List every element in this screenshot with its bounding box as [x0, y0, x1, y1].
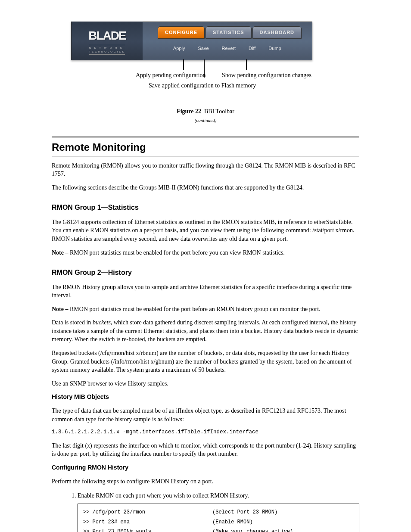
section-intro-1: Remote Monitoring (RMON) allows you to m…	[52, 162, 359, 178]
bbi-toolbar-figure: BLADE N E T W O R K TECHNOLOGIES CONFIGU…	[52, 22, 359, 124]
config-steps: Enable RMON on each port where you wish …	[78, 492, 359, 532]
terminal-1: >> /cfg/port 23/rmon(Select Port 23 RMON…	[78, 504, 359, 532]
brand-logo-subtitle: N E T W O R K TECHNOLOGIES	[89, 45, 125, 55]
revert-button[interactable]: Revert	[219, 44, 238, 53]
config-heading: Configuring RMON History	[52, 464, 359, 472]
figure-caption: Figure 22 BBI Toolbar	[52, 107, 359, 116]
subsection-heading-group2: RMON Group 2—History	[52, 268, 359, 277]
subsection-heading-group1: RMON Group 1—Statistics	[52, 203, 359, 212]
save-button[interactable]: Save	[196, 44, 212, 53]
group1-p1: The G8124 supports collection of Etherne…	[52, 218, 359, 243]
callout-diff: Show pending configuration changes	[222, 71, 321, 80]
group1-note: Note – RMON port statistics must be enab…	[52, 249, 359, 257]
history-mib-heading: History MIB Objects	[52, 393, 359, 401]
apply-button[interactable]: Apply	[171, 44, 188, 53]
group2-p3: Requested buckets (/cfg/rmon/hist x/rbnu…	[52, 349, 359, 374]
figure-continued: (continued)	[52, 117, 359, 124]
callout-labels: Apply pending configuration Save applied…	[71, 79, 359, 100]
toolbar-commands: Apply Save Revert Diff Dump	[171, 44, 284, 53]
history-mib-p2: The last digit (x) represents the interf…	[52, 442, 359, 458]
history-mib-oid: 1.3.6.1.2.1.2.2.1.1.x -mgmt.interfaces.i…	[52, 429, 359, 436]
group2-p1: The RMON History group allows you to sam…	[52, 283, 359, 300]
config-intro: Perform the following steps to configure…	[52, 477, 359, 486]
group2-p2: Data is stored in buckets, which store d…	[52, 318, 359, 344]
step-1: Enable RMON on each port where you wish …	[78, 492, 359, 532]
tab-configure[interactable]: CONFIGURE	[158, 26, 205, 39]
context-tabs: CONFIGURE STATISTICS DASHBOARD	[158, 26, 302, 39]
diff-button[interactable]: Diff	[246, 44, 258, 53]
history-mib-p1: The type of data that can be sampled mus…	[52, 407, 359, 423]
section-intro-2: The following sections describe the Grou…	[52, 184, 359, 192]
tab-statistics[interactable]: STATISTICS	[206, 26, 252, 39]
section-heading: Remote Monitoring	[52, 137, 359, 156]
dump-button[interactable]: Dump	[266, 44, 283, 53]
brand-logo-main: BLADE	[88, 27, 125, 44]
brand-logo: BLADE N E T W O R K TECHNOLOGIES	[72, 22, 143, 60]
callout-save: Save applied configuration to Flash memo…	[149, 81, 269, 90]
group2-note: Note – RMON port statistics must be enab…	[52, 305, 359, 314]
group2-p4: Use an SNMP browser to view History samp…	[52, 380, 359, 388]
tab-dashboard[interactable]: DASHBOARD	[252, 26, 302, 39]
bbi-toolbar: BLADE N E T W O R K TECHNOLOGIES CONFIGU…	[71, 22, 312, 60]
callout-apply: Apply pending configuration	[136, 71, 218, 80]
